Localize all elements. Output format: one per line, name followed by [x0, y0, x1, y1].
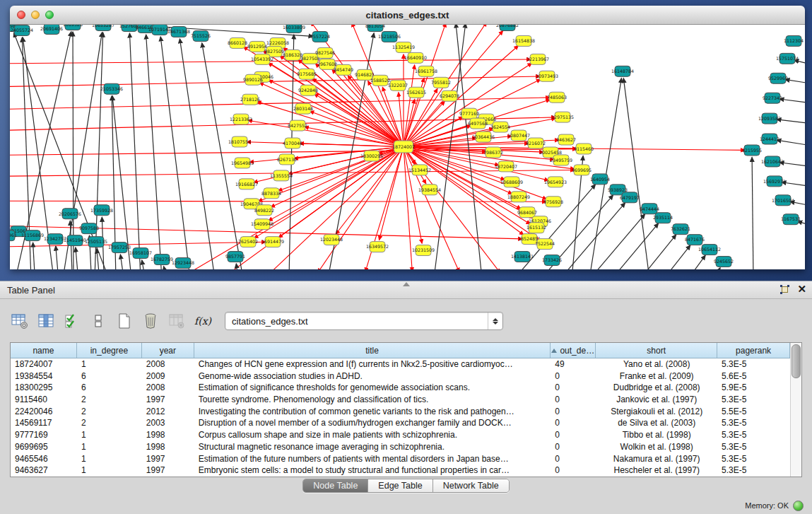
graph-node[interactable]: 9227342 [763, 93, 782, 103]
table-cell[interactable]: 9465546 [11, 453, 77, 465]
graph-node[interactable]: 2935114 [653, 213, 673, 223]
table-cell[interactable]: Stergiakouli et al. (2012) [596, 406, 717, 418]
column-header-title[interactable]: title [194, 343, 551, 358]
table-cell[interactable]: 14569117 [11, 417, 77, 429]
graph-node[interactable]: 8215955 [742, 145, 762, 156]
table-cell[interactable]: Structural magnetic resonance image aver… [194, 441, 551, 453]
tab-network-table[interactable]: Network Table [433, 479, 509, 492]
table-row[interactable]: 1938455462009Genome-wide association stu… [11, 370, 790, 382]
table-cell[interactable]: 5.3E-5 [717, 358, 790, 370]
table-cell[interactable]: 1 [77, 429, 142, 441]
graph-node[interactable]: 19654983 [231, 158, 254, 168]
graph-node[interactable]: 20206576 [59, 209, 81, 219]
table-row[interactable]: 1830029562008Estimation of significance … [11, 382, 790, 394]
graph-node[interactable]: 4170046 [283, 138, 302, 148]
graph-node[interactable]: 1069326 [63, 25, 83, 30]
graph-node[interactable]: 9890126 [243, 74, 263, 85]
graph-node[interactable]: 9463627 [556, 134, 576, 145]
table-cell[interactable]: 0 [551, 406, 596, 418]
graph-node[interactable]: 19166827 [235, 179, 258, 189]
graph-node[interactable]: 8186328 [283, 49, 302, 60]
table-cell[interactable]: 9463627 [11, 465, 77, 477]
table-cell[interactable]: Dudbridge et al. (2008) [596, 382, 717, 394]
graph-node[interactable]: 1244412 [760, 134, 779, 144]
graph-node[interactable]: 18720407 [495, 161, 517, 172]
table-cell[interactable]: 9115460 [11, 394, 77, 406]
table-cell[interactable]: 0 [551, 417, 596, 429]
graph-node[interactable]: 7522544 [535, 239, 555, 250]
graph-node[interactable]: 12923448 [172, 258, 194, 269]
float-panel-button[interactable] [779, 284, 790, 295]
table-row[interactable]: 1872400712008Changes of HCN gene express… [11, 358, 790, 370]
graph-node[interactable]: 9245652 [714, 257, 734, 267]
graph-node[interactable]: 1640954 [590, 174, 610, 185]
table-cell[interactable]: 0 [551, 465, 596, 477]
graph-node[interactable]: 17957253 [108, 243, 131, 253]
table-cell[interactable]: Franke et al. (2009) [596, 370, 717, 382]
graph-node[interactable]: 8813054 [365, 25, 385, 31]
graph-node[interactable]: 1615132 [526, 223, 546, 233]
table-cell[interactable]: Yano et al. (2008) [596, 358, 717, 370]
graph-node[interactable]: 9857791 [225, 252, 245, 262]
table-row[interactable]: 946554611997Estimation of the future num… [11, 453, 790, 465]
table-cell[interactable]: Disruption of a novel member of a sodium… [194, 417, 551, 429]
graph-node[interactable]: 20876882 [496, 25, 519, 30]
graph-node[interactable]: 12213967 [526, 54, 549, 64]
table-cell[interactable]: 2012 [142, 406, 194, 418]
table-cell[interactable]: 9699695 [11, 441, 77, 453]
table-row[interactable]: 1456911722003Disruption of a novel membe… [11, 417, 790, 429]
table-cell[interactable]: 1 [77, 441, 142, 453]
table-cell[interactable]: Changes of HCN gene expression and I(f) … [194, 358, 551, 370]
graph-node[interactable]: 16914479 [261, 237, 284, 247]
show-columns-button[interactable] [36, 311, 56, 331]
scrollbar-thumb[interactable] [792, 344, 801, 378]
graph-node[interactable]: 12975135 [551, 112, 574, 122]
graph-node[interactable]: 16148784 [611, 66, 634, 76]
table-cell[interactable]: 49 [551, 358, 596, 370]
minimize-window-button[interactable] [31, 11, 40, 19]
table-cell[interactable]: 19384554 [11, 370, 77, 382]
table-cell[interactable]: 1 [77, 358, 142, 370]
table-cell[interactable]: 1998 [142, 429, 194, 441]
delete-table-button-disabled[interactable] [167, 311, 187, 331]
graph-node[interactable]: 9756928 [543, 197, 563, 207]
graph-node[interactable]: 2803144 [293, 103, 313, 114]
table-cell[interactable]: 2 [77, 394, 142, 406]
table-row[interactable]: 946362711997Embryonic stem cells: a mode… [11, 465, 790, 477]
close-window-button[interactable] [17, 11, 25, 19]
table-cell[interactable]: 2 [77, 406, 142, 418]
graph-node[interactable]: 7632621 [671, 224, 690, 235]
graph-node[interactable]: 18107554 [228, 136, 251, 147]
graph-node[interactable]: 9474444 [640, 204, 659, 214]
table-cell[interactable]: 5.3E-5 [717, 429, 790, 441]
graph-node[interactable]: 12505135 [85, 237, 107, 247]
graph-node[interactable]: 9529969 [768, 73, 788, 83]
table-cell[interactable]: Jankovic et al. (1997) [596, 394, 717, 406]
graph-node[interactable]: 8471676 [685, 235, 705, 245]
graph-node[interactable]: 8660128 [228, 37, 247, 48]
table-cell[interactable]: Corpus callosum shape and size in male p… [194, 429, 551, 441]
graph-node[interactable]: 15751074 [776, 53, 799, 64]
graph-node[interactable]: 9175685 [297, 69, 317, 79]
graph-node[interactable]: 19654923 [544, 177, 567, 187]
graph-node[interactable]: 7625402 [238, 237, 258, 247]
table-cell[interactable]: Hescheler et al. (1997) [596, 465, 717, 477]
graph-node[interactable]: 1588520 [370, 75, 390, 86]
graph-node[interactable]: 15692971 [763, 176, 786, 187]
graph-node[interactable]: 15218506 [378, 31, 401, 42]
column-header-out-de-[interactable]: out_de… [551, 343, 596, 358]
table-cell[interactable]: 0 [551, 394, 596, 406]
graph-node[interactable]: 7986372 [483, 147, 503, 158]
graph-node[interactable]: 17016504 [772, 195, 794, 206]
table-cell[interactable]: 2008 [142, 382, 194, 394]
table-cell[interactable]: 1 [77, 453, 142, 465]
table-cell[interactable]: 0 [551, 429, 596, 441]
splitter-grip[interactable] [403, 282, 410, 286]
tab-edge-table[interactable]: Edge Table [368, 479, 433, 492]
graph-node[interactable]: 16033809 [283, 25, 305, 33]
column-header-in-degree[interactable]: in_degree [77, 343, 142, 358]
column-header-short[interactable]: short [596, 343, 717, 358]
graph-node[interactable]: 7955812 [431, 77, 451, 88]
table-cell[interactable]: Tibbo et al. (1998) [596, 429, 717, 441]
table-cell[interactable]: 5.3E-5 [717, 465, 790, 477]
